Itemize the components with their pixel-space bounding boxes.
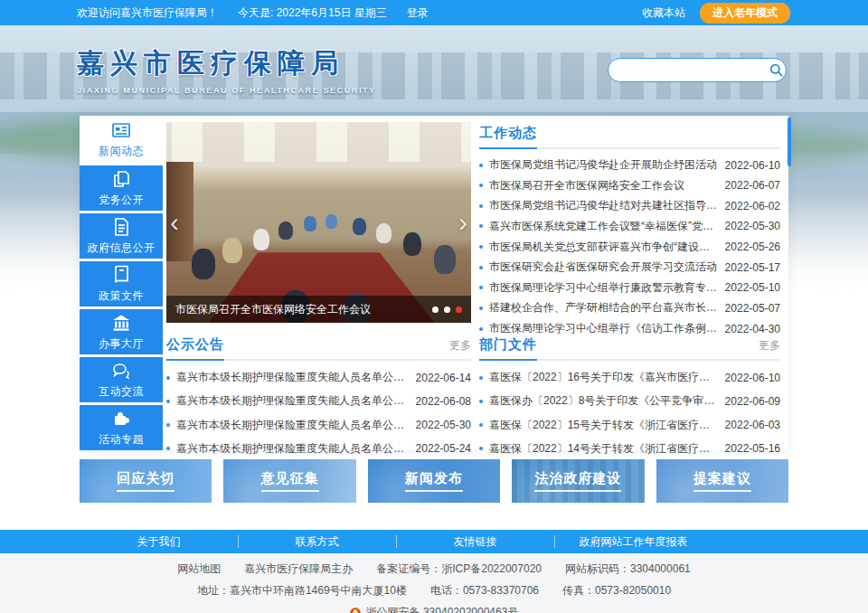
list-item[interactable]: 市医保局理论学习中心组举行《信访工作条例》专题...2022-04-30	[479, 321, 780, 336]
list-item[interactable]: 嘉兴市本级长期护理保险重度失能人员名单公示（2...2022-06-14	[166, 370, 471, 385]
news-title[interactable]: 市医保研究会赴省医保研究会开展学习交流活动	[489, 259, 719, 275]
sidebar-item-news[interactable]: 新闻动态	[80, 116, 163, 163]
list-item[interactable]: 搭建校企合作、产学研相结合的平台嘉兴市长期护理...2022-05-07	[479, 300, 780, 316]
more-link[interactable]: 更多	[759, 338, 780, 359]
news-title[interactable]: 嘉兴市本级长期护理保险重度失能人员名单公示（2...	[176, 441, 410, 457]
sitemap-link[interactable]: 网站地图	[177, 561, 221, 577]
carousel-dot-active[interactable]	[456, 306, 462, 313]
list-item[interactable]: 嘉兴市本级长期护理保险重度失能人员名单公示（2...2022-05-24	[166, 441, 471, 457]
news-date: 2022-05-30	[416, 419, 471, 431]
sidebar-item-label: 政府信息公开	[88, 240, 156, 256]
news-title[interactable]: 嘉兴市本级长期护理保险重度失能人员名单公示（2...	[176, 370, 410, 385]
bullet-icon	[479, 266, 483, 269]
list-item[interactable]: 市医保局理论学习中心组举行廉政警示教育专题学习...2022-05-10	[479, 280, 780, 296]
carousel-prev-icon[interactable]: ‹	[170, 209, 179, 236]
site-title: 嘉兴市医疗保障局	[77, 45, 376, 82]
bullet-icon	[479, 286, 483, 289]
banner-label: 回应关切	[117, 470, 175, 492]
news-date: 2022-05-24	[416, 442, 471, 455]
list-item[interactable]: 嘉兴市本级长期护理保险重度失能人员名单公示（2...2022-05-30	[166, 418, 471, 433]
list-item[interactable]: 嘉医保〔2022〕16号关于印发《嘉兴市医疗保...2022-06-10	[479, 370, 780, 385]
list-item[interactable]: 市医保局党组书记冯俊华赴结对共建社区指导全国文...2022-06-02	[479, 198, 780, 213]
news-title[interactable]: 嘉兴市医保系统党建工作会议暨“幸福医保”党建联...	[489, 219, 719, 234]
list-item[interactable]: 嘉兴市医保系统党建工作会议暨“幸福医保”党建联...2022-05-30	[479, 219, 780, 234]
list-item[interactable]: 嘉医保〔2022〕15号关于转发《浙江省医疗保...2022-06-03	[479, 418, 780, 433]
banner-opinion-collection[interactable]: 意见征集	[223, 459, 355, 503]
search-icon[interactable]	[767, 63, 786, 77]
news-title[interactable]: 市医保局党组书记冯俊华赴企开展助企纾困活动	[489, 157, 719, 173]
list-item[interactable]: 市医保研究会赴省医保研究会开展学习交流活动2022-05-17	[479, 259, 780, 275]
sidebar-item-label: 政策文件	[99, 288, 144, 304]
carousel-caption[interactable]: 市医保局召开全市医保网络安全工作会议	[175, 302, 425, 317]
bullet-icon	[479, 245, 483, 249]
news-title[interactable]: 嘉医保〔2022〕16号关于印发《嘉兴市医疗保...	[489, 370, 719, 385]
news-carousel[interactable]: ‹ › 市医保局召开全市医保网络安全工作会议	[166, 122, 471, 323]
elder-mode-button[interactable]: 进入老年模式	[700, 3, 790, 24]
sidebar-item-service-hall[interactable]: 办事大厅	[80, 309, 163, 354]
work-news-list: 市医保局党组书记冯俊华赴企开展助企纾困活动2022-06-10 市医保局召开全市…	[479, 157, 780, 336]
list-item[interactable]: 市医保局党组书记冯俊华赴企开展助企纾困活动2022-06-10	[479, 157, 780, 173]
carousel-dot[interactable]	[444, 306, 450, 313]
welcome-text: 欢迎访问嘉兴市医疗保障局！	[77, 5, 218, 21]
list-item[interactable]: 市医保局召开全市医保网络安全工作会议2022-06-07	[479, 178, 780, 193]
list-item[interactable]: 嘉医保〔2022〕14号关于转发《浙江省医疗保...2022-05-16	[479, 441, 780, 457]
site-code-text: 网站标识码：3304000061	[565, 561, 691, 577]
sidebar-item-interaction[interactable]: 互动交流	[80, 357, 163, 402]
footer-nav-links[interactable]: 友情链接	[396, 530, 554, 553]
section-title[interactable]: 部门文件	[479, 336, 537, 361]
carousel-dot[interactable]	[432, 306, 439, 313]
quick-banners: 回应关切 意见征集 新闻发布 法治政府建设 提案建议	[80, 459, 788, 503]
news-title[interactable]: 嘉兴市本级长期护理保险重度失能人员名单公示（2...	[176, 418, 410, 433]
list-item[interactable]: 嘉兴市本级长期护理保险重度失能人员名单公示（2...2022-06-08	[166, 393, 471, 409]
sidebar-item-special-topics[interactable]: 活动专题	[80, 405, 163, 450]
section-title[interactable]: 工作动态	[479, 125, 537, 149]
news-title[interactable]: 嘉医保〔2022〕15号关于转发《浙江省医疗保...	[489, 418, 719, 433]
banner-rule-of-law[interactable]: 法治政府建设	[512, 459, 644, 503]
news-date: 2022-05-17	[725, 261, 780, 274]
news-title[interactable]: 市医保局党组书记冯俊华赴结对共建社区指导全国文...	[489, 198, 719, 213]
section-title[interactable]: 公示公告	[166, 336, 224, 361]
favorite-link[interactable]: 收藏本站	[642, 5, 685, 21]
person-silhouette	[376, 223, 392, 243]
footer-nav-contact[interactable]: 联系方式	[238, 530, 396, 553]
news-date: 2022-06-10	[725, 159, 780, 172]
puzzle-icon	[110, 408, 132, 429]
person-silhouette	[253, 229, 269, 250]
ceiling-lights	[166, 122, 471, 162]
main-content: 新闻动态 党务公开 政府信息公开 政策文件 办事大厅	[80, 116, 788, 450]
person-silhouette	[403, 232, 421, 256]
footer-nav-annual-report[interactable]: 政府网站工作年度报表	[554, 530, 712, 553]
news-title[interactable]: 市医保局召开全市医保网络安全工作会议	[489, 178, 719, 193]
news-title[interactable]: 市医保局机关党总支部获评嘉兴市争创“建设清廉机...	[489, 240, 719, 255]
banner-proposals[interactable]: 提案建议	[656, 459, 788, 503]
list-item[interactable]: 嘉医保办〔2022〕8号关于印发《公平竞争审查...2022-06-09	[479, 393, 780, 409]
news-date: 2022-06-09	[725, 395, 780, 408]
news-title[interactable]: 嘉兴市本级长期护理保险重度失能人员名单公示（2...	[176, 393, 410, 409]
banner-respond-concerns[interactable]: 回应关切	[80, 459, 212, 503]
person-silhouette	[353, 218, 366, 235]
sidebar-item-party-affairs[interactable]: 党务公开	[80, 165, 163, 211]
news-title[interactable]: 嘉医保办〔2022〕8号关于印发《公平竞争审查...	[489, 393, 719, 409]
bullet-icon	[479, 447, 483, 450]
scrollbar-thumb[interactable]	[788, 118, 791, 166]
bullet-icon	[479, 400, 483, 403]
security-record-text[interactable]: 浙公网安备 33040202000463号	[366, 605, 519, 613]
banner-news-release[interactable]: 新闻发布	[368, 459, 500, 503]
public-security-badge-icon	[350, 608, 361, 613]
pages-icon	[110, 168, 132, 190]
news-title[interactable]: 嘉医保〔2022〕14号关于转发《浙江省医疗保...	[489, 441, 719, 457]
more-link[interactable]: 更多	[449, 338, 471, 359]
list-item[interactable]: 市医保局机关党总支部获评嘉兴市争创“建设清廉机...2022-05-26	[479, 240, 780, 255]
carousel-next-icon[interactable]: ›	[458, 209, 467, 236]
footer-nav-about[interactable]: 关于我们	[80, 530, 238, 553]
search-input[interactable]	[609, 64, 767, 77]
bullet-icon	[479, 327, 483, 331]
sidebar-item-policy-files[interactable]: 政策文件	[80, 261, 163, 306]
login-link[interactable]: 登录	[407, 5, 429, 21]
sidebar-item-label: 新闻动态	[99, 144, 144, 159]
dept-files-list: 嘉医保〔2022〕16号关于印发《嘉兴市医疗保...2022-06-10 嘉医保…	[479, 370, 780, 457]
news-title[interactable]: 市医保局理论学习中心组举行《信访工作条例》专题...	[489, 321, 719, 336]
sidebar-item-gov-info[interactable]: 政府信息公开	[80, 213, 163, 259]
news-title[interactable]: 市医保局理论学习中心组举行廉政警示教育专题学习...	[489, 280, 719, 296]
news-title[interactable]: 搭建校企合作、产学研相结合的平台嘉兴市长期护理...	[489, 300, 719, 316]
